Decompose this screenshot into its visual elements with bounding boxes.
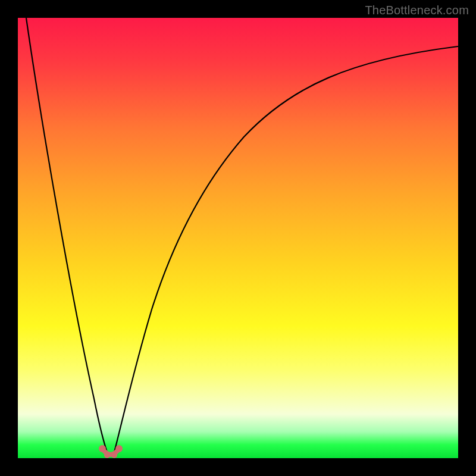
curve-left <box>26 18 107 452</box>
valley-marker-dot-bl <box>104 452 110 458</box>
valley-marker-dot-left <box>99 445 106 452</box>
watermark-text: TheBottleneck.com <box>365 4 469 17</box>
chart-frame: TheBottleneck.com <box>0 0 476 476</box>
plot-area <box>18 18 458 458</box>
curve-group <box>26 18 458 458</box>
valley-marker-dot-right <box>115 445 123 452</box>
chart-svg <box>18 18 458 458</box>
curve-right <box>114 46 458 452</box>
valley-marker-dot-br <box>111 452 117 458</box>
